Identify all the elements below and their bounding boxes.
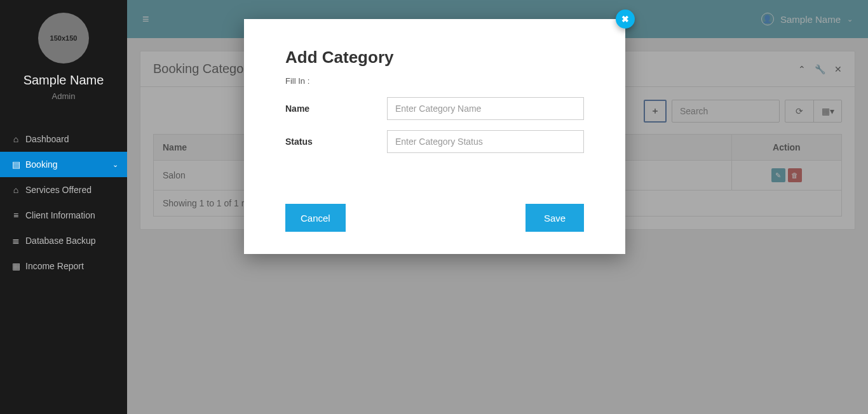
sidebar-item-income[interactable]: ▦ Income Report	[0, 253, 127, 279]
sidebar-item-label: Client Information	[25, 210, 95, 220]
sidebar-item-label: Services Offered	[25, 185, 92, 195]
sidebar: 150x150 Sample Name Admin ⌂ Dashboard ▤ …	[0, 0, 127, 414]
calendar-icon: ▦	[11, 261, 20, 271]
sidebar-user-name: Sample Name	[24, 73, 104, 88]
category-status-input[interactable]	[387, 130, 584, 153]
home-icon: ⌂	[11, 134, 20, 144]
sidebar-item-label: Booking	[25, 159, 58, 170]
home-icon: ⌂	[11, 185, 20, 195]
sidebar-user-role: Admin	[52, 91, 76, 101]
sidebar-item-label: Database Backup	[25, 236, 96, 246]
form-row-name: Name	[285, 97, 584, 120]
sidebar-item-backup[interactable]: ≣ Database Backup	[0, 228, 127, 253]
category-name-input[interactable]	[387, 97, 584, 120]
modal-actions: Cancel Save	[285, 204, 584, 232]
chevron-down-icon: ⌄	[112, 161, 118, 169]
book-icon: ▤	[11, 159, 20, 170]
database-icon: ≣	[11, 236, 20, 246]
sidebar-item-booking[interactable]: ▤ Booking ⌄	[0, 152, 127, 177]
list-icon: ≡	[11, 210, 20, 220]
sidebar-item-client-info[interactable]: ≡ Client Information	[0, 203, 127, 228]
cancel-button[interactable]: Cancel	[285, 204, 346, 232]
sidebar-item-dashboard[interactable]: ⌂ Dashboard	[0, 126, 127, 152]
sidebar-item-services[interactable]: ⌂ Services Offered	[0, 177, 127, 203]
close-icon: ✖	[621, 14, 629, 24]
modal-close-button[interactable]: ✖	[616, 10, 635, 29]
modal-title: Add Category	[285, 48, 584, 67]
sidebar-nav: ⌂ Dashboard ▤ Booking ⌄ ⌂ Services Offer…	[0, 126, 127, 279]
avatar: 150x150	[38, 13, 89, 63]
sidebar-item-label: Income Report	[25, 261, 84, 271]
sidebar-item-label: Dashboard	[25, 134, 69, 144]
status-label: Status	[285, 137, 387, 147]
form-row-status: Status	[285, 130, 584, 153]
sidebar-profile: 150x150 Sample Name Admin	[0, 0, 127, 101]
modal-subtitle: Fill In :	[285, 76, 584, 86]
add-category-modal: ✖ Add Category Fill In : Name Status Can…	[244, 19, 625, 254]
save-button[interactable]: Save	[526, 204, 584, 232]
name-label: Name	[285, 104, 387, 114]
